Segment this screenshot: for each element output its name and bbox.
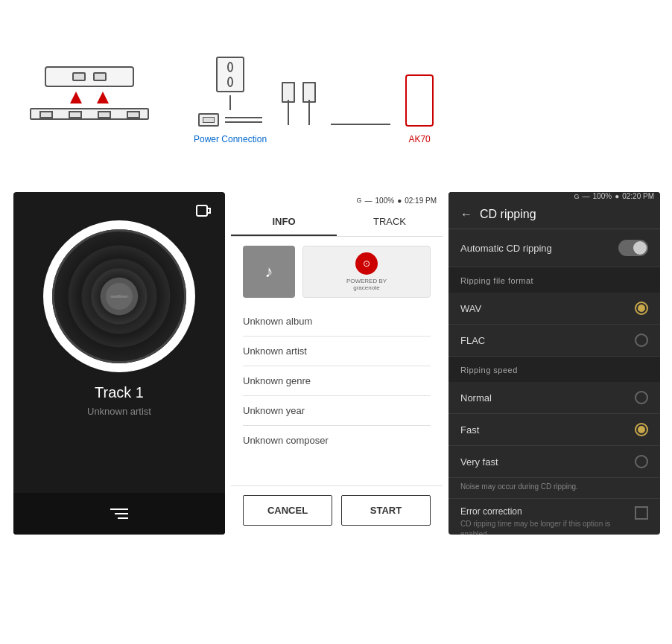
power-outlet-group: Power Connection [194, 57, 267, 144]
status-time: 02:19 PM [405, 197, 437, 205]
action-row: CANCEL START [231, 485, 443, 535]
ak70-group: AK70 [405, 74, 434, 144]
status-time-3: 02:20 PM [622, 192, 654, 200]
auto-ripping-row: Automatic CD ripping [448, 229, 660, 267]
outlet-hole-2 [227, 77, 233, 87]
normal-radio[interactable] [635, 391, 648, 404]
track-artist: Unknown artist [13, 406, 225, 417]
noise-notice: Noise may occur during CD ripping. [448, 478, 660, 498]
power-label: Power Connection [194, 134, 267, 144]
menu-icon[interactable] [110, 508, 128, 519]
very-fast-row[interactable]: Very fast [448, 446, 660, 478]
ak70-device [405, 74, 434, 127]
arrow-up-left [70, 92, 82, 103]
speed-section-header: Ripping speed [448, 357, 660, 382]
arrow-icon-3: — [583, 192, 590, 200]
tab-track[interactable]: TRACK [337, 208, 443, 236]
menu-line-2 [115, 513, 128, 514]
device-diagram [30, 66, 149, 120]
usb-right [302, 82, 316, 125]
menu-line-3 [118, 517, 128, 519]
usb-group [282, 82, 316, 125]
vinyl-container: astell&kern [13, 229, 225, 363]
outlet-hole-1 [227, 62, 233, 72]
error-correction-checkbox[interactable] [635, 506, 648, 520]
cable-h2 [225, 121, 262, 123]
device-base [30, 108, 149, 120]
flac-radio[interactable] [635, 334, 648, 347]
vinyl-center: astell&kern [106, 283, 133, 310]
normal-row[interactable]: Normal [448, 382, 660, 414]
arrow-icon: — [365, 197, 373, 205]
status-bar-3: G — 100% ● 02:20 PM [448, 192, 660, 200]
error-correction-text: Error correction CD ripping time may be … [460, 506, 627, 535]
normal-label: Normal [460, 392, 492, 404]
track-title: Track 1 [13, 384, 225, 401]
usb-left [282, 82, 295, 125]
settings-title: CD ripping [480, 208, 536, 221]
device-top-box [45, 66, 134, 87]
power-adapter-row [198, 113, 262, 127]
wav-radio[interactable] [635, 302, 648, 315]
wav-row[interactable]: WAV [448, 293, 660, 325]
back-button[interactable] [195, 203, 212, 223]
ak70-label: AK70 [408, 134, 430, 144]
arrows-row [70, 92, 109, 103]
cd-info-screen: G — 100% ● 02:19 PM INFO TRACK ♪ ⊙ POWER… [231, 192, 443, 535]
gracenote-button[interactable]: ⊙ POWERED BY gracenote [302, 246, 431, 298]
format-section-header: Ripping file format [448, 267, 660, 293]
auto-ripping-toggle[interactable] [618, 240, 648, 256]
tab-info[interactable]: INFO [231, 208, 337, 236]
power-outlet [216, 57, 244, 92]
flac-label: FLAC [460, 335, 485, 346]
usb-connector-1 [282, 82, 295, 103]
artwork-thumbnail: ♪ [243, 246, 295, 298]
gracenote-label: POWERED BY gracenote [346, 278, 387, 291]
base-leg-4 [127, 111, 140, 118]
field-artist[interactable]: Unknown artist [243, 337, 431, 366]
cable-h1 [225, 117, 262, 118]
wav-radio-dot [638, 305, 645, 312]
start-button[interactable]: START [341, 495, 431, 526]
battery-pct: 100% [375, 197, 395, 205]
diagram-section: Power Connection AK70 [0, 0, 672, 179]
field-year[interactable]: Unknown year [243, 396, 431, 426]
cd-ripping-screen: G — 100% ● 02:20 PM ← CD ripping Automat… [448, 192, 660, 535]
battery-icon-3: ● [615, 192, 619, 200]
tab-bar: INFO TRACK [231, 208, 443, 237]
field-composer[interactable]: Unknown composer [243, 426, 431, 455]
error-correction-row: Error correction CD ripping time may be … [448, 498, 660, 535]
vinyl-brand-text: astell&kern [110, 294, 128, 299]
cable-connectors [225, 117, 262, 123]
settings-header: ← CD ripping [448, 200, 660, 229]
signal-icon-3: G [574, 193, 580, 200]
vinyl-record: astell&kern [52, 229, 186, 363]
flac-row[interactable]: FLAC [448, 325, 660, 357]
info-fields: Unknown album Unknown artist Unknown gen… [231, 307, 443, 485]
base-leg-1 [39, 111, 53, 118]
menu-line-1 [110, 508, 128, 510]
artwork-row: ♪ ⊙ POWERED BY gracenote [231, 237, 443, 307]
arrow-up-right [97, 92, 109, 103]
very-fast-radio[interactable] [635, 455, 648, 468]
gracenote-icon: ⊙ [355, 252, 378, 275]
field-album[interactable]: Unknown album [243, 307, 431, 337]
fast-row[interactable]: Fast [448, 414, 660, 446]
cancel-button[interactable]: CANCEL [243, 495, 332, 526]
back-arrow-icon[interactable]: ← [460, 208, 472, 221]
power-adapter [198, 113, 219, 127]
speed-section-label: Ripping speed [460, 366, 518, 374]
connectors-diagram: Power Connection AK70 [194, 57, 434, 144]
gracenote-symbol: ⊙ [363, 258, 370, 269]
music-player-screen: astell&kern Track 1 Unknown artist [13, 192, 225, 535]
power-cable-vertical [229, 95, 231, 110]
usb-port-adapter [203, 117, 215, 123]
fast-radio-dot [638, 426, 645, 433]
fast-radio[interactable] [635, 423, 648, 436]
base-leg-3 [98, 111, 111, 118]
error-correction-desc: CD ripping time may be longer if this op… [460, 519, 627, 535]
usb-connector-2 [302, 82, 316, 103]
wav-label: WAV [460, 303, 481, 314]
base-leg-2 [69, 111, 82, 118]
field-genre[interactable]: Unknown genre [243, 366, 431, 396]
